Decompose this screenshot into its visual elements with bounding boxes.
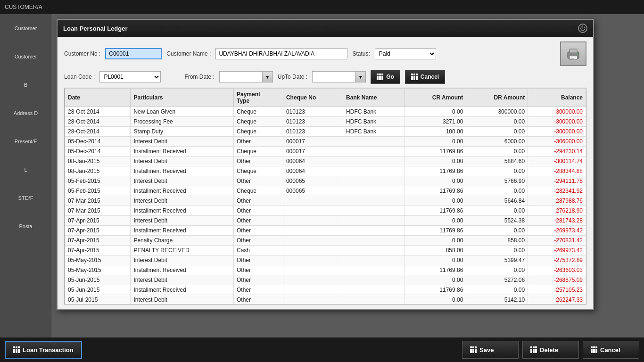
cell-date: 05-Jun-2015 <box>65 285 131 295</box>
customer-no-label: Customer No : <box>64 50 100 57</box>
table-row[interactable]: 07-Apr-2015 Interest Debit Other 0.00 55… <box>65 216 586 226</box>
cell-cr-amount: 0.00 <box>405 275 466 285</box>
sidebar-item-b[interactable]: B <box>22 80 29 90</box>
cell-payment-type: Other <box>233 295 283 305</box>
from-date-picker-btn[interactable]: ▼ <box>262 72 272 82</box>
cell-payment-type: Cheque <box>233 166 283 176</box>
cell-bank-name <box>343 236 405 246</box>
cell-bank-name <box>343 226 405 236</box>
table-row[interactable]: 28-Oct-2014 New Loan Given Cheque 010123… <box>65 107 586 117</box>
loan-transaction-button[interactable]: Loan Transaction <box>5 341 82 359</box>
upto-date-input[interactable] <box>313 72 355 82</box>
cell-cheque-no: 000064 <box>283 156 343 166</box>
sidebar-item-stdf[interactable]: STD/F <box>17 193 35 203</box>
cancel-bottom-label: Cancel <box>600 346 620 354</box>
cell-cheque-no: 000064 <box>283 166 343 176</box>
table-row[interactable]: 07-Mar-2015 Interest Debit Other 0.00 56… <box>65 196 586 206</box>
delete-button[interactable]: Delete <box>522 341 579 359</box>
cell-cr-amount: 0.00 <box>405 176 466 186</box>
sidebar-item-address[interactable]: Address D <box>12 108 40 118</box>
cell-date: 07-Apr-2015 <box>65 246 131 255</box>
printer-button[interactable] <box>560 41 586 66</box>
table-header-row: Date Particulars PaymentType Cheque No B… <box>65 89 586 107</box>
cell-particulars: Installment Received <box>131 186 234 196</box>
cell-date: 28-Oct-2014 <box>65 107 131 117</box>
customer-no-input[interactable] <box>105 48 162 59</box>
sidebar-item-customer2[interactable]: Customer <box>13 52 39 61</box>
cell-date: 05-Dec-2014 <box>65 137 131 147</box>
table-row[interactable]: 08-Jan-2015 Interest Debit Other 000064 … <box>65 156 586 166</box>
cell-cheque-no <box>283 206 343 216</box>
go-button[interactable]: Go <box>371 70 400 84</box>
power-icon[interactable]: ⏻ <box>578 24 587 33</box>
cancel-bottom-button[interactable]: Cancel <box>583 341 639 359</box>
cancel-header-button[interactable]: Cancel <box>405 70 445 84</box>
cell-dr-amount: 5272.06 <box>466 275 528 285</box>
save-button[interactable]: Save <box>462 341 519 359</box>
cell-cheque-no <box>283 275 343 285</box>
table-row[interactable]: 05-May-2015 Interest Debit Other 0.00 53… <box>65 255 586 265</box>
upto-date-picker-btn[interactable]: ▼ <box>355 72 365 82</box>
cell-dr-amount: 5142.10 <box>466 295 528 305</box>
table-row[interactable]: 05-Feb-2015 Installment Received Cheque … <box>65 186 586 196</box>
cell-balance: -300000.00 <box>528 107 586 117</box>
cell-payment-type: Cash <box>233 246 283 255</box>
table-row[interactable]: 05-Jun-2015 Interest Debit Other 0.00 52… <box>65 275 586 285</box>
from-date-label: From Date : <box>184 74 214 80</box>
cell-date: 05-Dec-2014 <box>65 147 131 156</box>
svg-rect-2 <box>570 56 577 59</box>
cell-bank-name <box>343 137 405 147</box>
cell-dr-amount: 5524.38 <box>466 216 528 226</box>
cell-payment-type: Cheque <box>233 117 283 127</box>
loan-personal-ledger-dialog: Loan Personal Ledger ⏻ Customer No : Cus… <box>57 19 594 310</box>
sidebar-item-l[interactable]: L <box>22 165 29 174</box>
cell-bank-name <box>343 265 405 275</box>
table-row[interactable]: 28-Oct-2014 Stamp Duty Cheque 010123 HDF… <box>65 127 586 137</box>
cell-balance: -287988.76 <box>528 196 586 206</box>
cell-particulars: Interest Debit <box>131 176 234 186</box>
cell-cr-amount: 858.00 <box>405 246 466 255</box>
table-row[interactable]: 28-Oct-2014 Processing Fee Cheque 010123… <box>65 117 586 127</box>
from-date-input[interactable] <box>220 72 262 82</box>
form-row-1: Customer No : Customer Name : Status: Pa… <box>64 41 586 66</box>
table-row[interactable]: 05-Feb-2015 Interest Debit Other 000065 … <box>65 176 586 186</box>
status-select[interactable]: Paid Unpaid All <box>375 48 436 59</box>
from-date-input-wrap: ▼ <box>219 71 273 82</box>
cell-bank-name <box>343 216 405 226</box>
cell-particulars: PENALTY RECEIVED <box>131 246 234 255</box>
cell-dr-amount: 858.00 <box>466 236 528 246</box>
table-row[interactable]: 07-Apr-2015 PENALTY RECEIVED Cash 858.00… <box>65 246 586 255</box>
cell-payment-type: Other <box>233 206 283 216</box>
table-row[interactable]: 07-Mar-2015 Installment Received Other 1… <box>65 206 586 216</box>
cell-balance: -275372.89 <box>528 255 586 265</box>
table-row[interactable]: 07-Apr-2015 Penalty Charge Other 0.00 85… <box>65 236 586 246</box>
ledger-table-container[interactable]: Date Particulars PaymentType Cheque No B… <box>64 88 586 304</box>
table-row[interactable]: 05-Jul-2015 Interest Debit Other 0.00 51… <box>65 295 586 305</box>
svg-rect-3 <box>570 57 576 58</box>
sidebar-item-posta[interactable]: Posta <box>17 222 34 231</box>
sidebar-item-presentf[interactable]: Present/F <box>13 137 39 146</box>
cell-particulars: Stamp Duty <box>131 127 234 137</box>
cell-cr-amount: 0.00 <box>405 295 466 305</box>
cell-date: 07-Apr-2015 <box>65 236 131 246</box>
form-row-2: Loan Code : PL0001 From Date : ▼ UpTo Da… <box>64 70 586 84</box>
customer-name-input[interactable] <box>215 48 347 59</box>
cell-dr-amount: 5884.60 <box>466 156 528 166</box>
table-row[interactable]: 05-Jun-2015 Installment Received Other 1… <box>65 285 586 295</box>
table-row[interactable]: 05-Dec-2014 Installment Received Cheque … <box>65 147 586 156</box>
table-row[interactable]: 05-May-2015 Installment Received Other 1… <box>65 265 586 275</box>
table-body: 28-Oct-2014 New Loan Given Cheque 010123… <box>65 107 586 305</box>
loan-code-select[interactable]: PL0001 <box>99 71 161 82</box>
cell-balance: -257105.23 <box>528 285 586 295</box>
cell-cheque-no: 010123 <box>283 107 343 117</box>
cell-balance: -282341.92 <box>528 186 586 196</box>
cell-bank-name: HDFC Bank <box>343 117 405 127</box>
table-row[interactable]: 07-Apr-2015 Installment Received Other 1… <box>65 226 586 236</box>
cell-balance: -294111.78 <box>528 176 586 186</box>
upto-date-label: UpTo Date : <box>278 74 307 80</box>
status-label: Status: <box>352 50 370 57</box>
table-row[interactable]: 08-Jan-2015 Installment Received Cheque … <box>65 166 586 176</box>
sidebar-item-customer1[interactable]: Customer <box>13 24 39 33</box>
table-row[interactable]: 05-Dec-2014 Interest Debit Other 000017 … <box>65 137 586 147</box>
cell-balance: -269973.42 <box>528 246 586 255</box>
